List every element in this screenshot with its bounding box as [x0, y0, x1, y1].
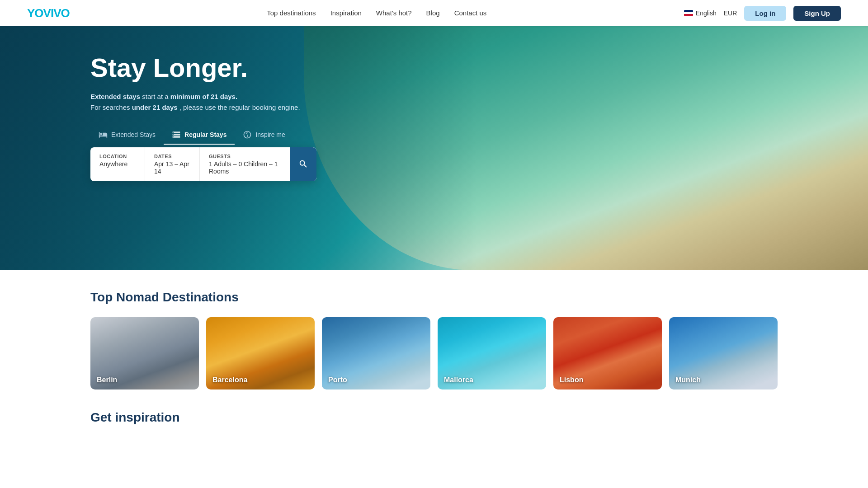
dest-label-barcelona: Barcelona — [212, 376, 247, 384]
hero-content: Stay Longer. Extended stays start at a m… — [0, 26, 316, 181]
hero-subtitle-line2b: , please use the regular booking engine. — [179, 103, 300, 111]
hero-subtitle-extended: Extended stays — [90, 93, 140, 100]
dest-label-berlin: Berlin — [97, 376, 117, 384]
hero-subtitle-under21: under 21 days — [132, 103, 178, 111]
hero-title: Stay Longer. — [90, 53, 316, 82]
dest-label-mallorca: Mallorca — [444, 376, 473, 384]
flag-icon — [684, 10, 693, 16]
search-box: Location Anywhere Dates Apr 13 – Apr 14 … — [90, 147, 316, 181]
search-icon — [298, 159, 308, 169]
tab-extended-stays[interactable]: Extended Stays — [90, 127, 164, 145]
location-label: Location — [99, 154, 136, 159]
destinations-title: Top Nomad Destinations — [90, 290, 778, 305]
nav-blog[interactable]: Blog — [426, 9, 440, 17]
nav-whats-hot[interactable]: What's hot? — [376, 9, 412, 17]
hero-section: Stay Longer. Extended stays start at a m… — [0, 26, 868, 270]
location-field[interactable]: Location Anywhere — [90, 147, 145, 181]
tab-inspire-me[interactable]: Inspire me — [235, 127, 293, 145]
hero-subtitle-line2a: For searches — [90, 103, 132, 111]
search-button[interactable] — [290, 147, 316, 181]
dates-value: Apr 13 – Apr 14 — [154, 160, 190, 175]
dest-card-mallorca[interactable]: Mallorca — [438, 317, 546, 389]
dest-card-barcelona[interactable]: Barcelona — [206, 317, 315, 389]
login-button[interactable]: Log in — [744, 6, 786, 21]
language-selector[interactable]: English — [684, 9, 717, 17]
dest-label-munich: Munich — [675, 376, 701, 384]
hero-subtitle-min: minimum of 21 days. — [170, 93, 237, 100]
inspiration-title: Get inspiration — [90, 410, 778, 425]
dest-label-porto: Porto — [328, 376, 347, 384]
guests-label: Guests — [209, 154, 281, 159]
tab-regular-label: Regular Stays — [184, 131, 226, 138]
dest-label-lisbon: Lisbon — [560, 376, 583, 384]
tab-inspire-label: Inspire me — [255, 131, 285, 138]
destinations-section: Top Nomad Destinations Berlin Barcelona … — [0, 270, 868, 403]
location-value: Anywhere — [99, 160, 136, 168]
dates-label: Dates — [154, 154, 190, 159]
currency-label[interactable]: EUR — [724, 9, 737, 17]
nav-inspiration[interactable]: Inspiration — [330, 9, 362, 17]
signup-button[interactable]: Sign Up — [793, 6, 841, 21]
dates-field[interactable]: Dates Apr 13 – Apr 14 — [145, 147, 200, 181]
dest-card-munich[interactable]: Munich — [669, 317, 778, 389]
destinations-grid: Berlin Barcelona Porto Mallorca Lisbon M… — [90, 317, 778, 389]
nav-links: Top destinations Inspiration What's hot?… — [267, 9, 486, 17]
language-label: English — [696, 9, 717, 17]
nav-right: English EUR Log in Sign Up — [684, 6, 841, 21]
logo[interactable]: YOVIVO — [27, 6, 70, 20]
nav-top-destinations[interactable]: Top destinations — [267, 9, 316, 17]
hero-subtitle-middle: start at a — [142, 93, 170, 100]
hero-subtitle: Extended stays start at a minimum of 21 … — [90, 91, 316, 113]
guests-field[interactable]: Guests 1 Adults – 0 Children – 1 Rooms — [200, 147, 290, 181]
dest-card-lisbon[interactable]: Lisbon — [553, 317, 662, 389]
inspiration-section: Get inspiration — [0, 403, 868, 434]
nav-contact-us[interactable]: Contact us — [454, 9, 487, 17]
logo-text: YOVIVO — [27, 6, 70, 20]
dest-card-berlin[interactable]: Berlin — [90, 317, 199, 389]
tab-extended-label: Extended Stays — [111, 131, 156, 138]
tab-regular-stays[interactable]: Regular Stays — [164, 127, 235, 145]
dest-card-porto[interactable]: Porto — [322, 317, 430, 389]
navbar: YOVIVO Top destinations Inspiration What… — [0, 0, 868, 26]
search-tabs: Extended Stays Regular Stays Inspire me — [90, 127, 316, 145]
guests-value: 1 Adults – 0 Children – 1 Rooms — [209, 160, 281, 175]
